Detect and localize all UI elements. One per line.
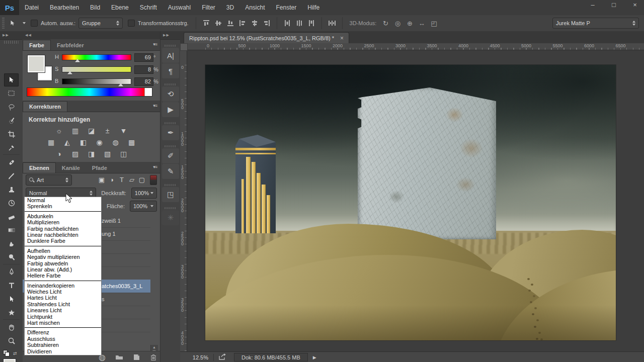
clone-stamp-tool[interactable] (4, 183, 19, 196)
tab-close-icon[interactable]: × (340, 35, 344, 42)
blend-mode-option[interactable]: Negativ multiplizieren (25, 254, 101, 260)
filter-adjustment-layers-icon[interactable]: ◑ (107, 175, 117, 185)
channel-mixer-icon[interactable]: ◍ (110, 138, 121, 147)
blend-mode-option[interactable]: Subtrahieren (25, 342, 101, 348)
curves-icon[interactable]: ◪ (86, 126, 97, 135)
tab-pfade[interactable]: Pfade (86, 163, 113, 173)
menu-item[interactable]: Ansicht (245, 4, 265, 11)
tool-preset-arrow[interactable] (23, 22, 26, 24)
quick-selection-tool[interactable] (4, 114, 19, 127)
blend-mode-option[interactable]: Abdunkeln (25, 213, 101, 219)
layer-filter-toggle[interactable] (150, 175, 157, 185)
hand-tool[interactable] (4, 321, 19, 334)
gradient-tool[interactable] (4, 224, 19, 237)
color-spectrum-ramp[interactable] (27, 87, 152, 97)
auto-select-dropdown[interactable]: Gruppe (78, 18, 123, 29)
default-colors-icon[interactable] (3, 350, 9, 356)
maximize-icon[interactable]: □ (609, 1, 619, 9)
tab-ebenen[interactable]: Ebenen (23, 162, 56, 173)
properties-panel-icon[interactable]: ✒ (162, 125, 179, 140)
pen-tool[interactable] (4, 265, 19, 279)
align-vertical-centers-icon[interactable] (213, 18, 224, 28)
levels-icon[interactable]: ▥ (70, 126, 81, 135)
menu-item[interactable]: Bild (90, 4, 100, 11)
3d-roll-icon[interactable]: ◎ (391, 20, 404, 27)
blend-mode-option[interactable]: Hellere Farbe (25, 273, 101, 279)
menu-item[interactable]: Schrift (140, 4, 157, 11)
blend-mode-option[interactable]: Weiches Licht (25, 289, 101, 295)
document-tab[interactable]: Rippton.psd bei 12.5% (RustScratches0035… (184, 32, 349, 44)
character-panel-icon[interactable]: A| (162, 48, 179, 63)
custom-shape-tool[interactable] (4, 306, 19, 319)
menu-item[interactable]: Datei (25, 4, 39, 11)
panel-foreground-swatch[interactable] (28, 55, 45, 72)
brush-presets-panel-icon[interactable]: ✎ (162, 164, 179, 179)
tab-farbfelder[interactable]: Farbfelder (51, 40, 90, 50)
document-canvas[interactable] (205, 65, 616, 340)
selective-color-icon[interactable]: ◫ (118, 149, 129, 158)
menu-item[interactable]: Fenster (276, 4, 297, 11)
foreground-color-swatch[interactable] (4, 359, 16, 362)
hue-saturation-icon[interactable]: ▦ (46, 138, 57, 147)
fill-field[interactable]: 100% (130, 201, 157, 212)
opacity-field[interactable]: 100% (131, 188, 157, 199)
menu-item[interactable]: Hilfe (307, 4, 319, 11)
eraser-tool[interactable] (4, 210, 19, 223)
saturation-slider[interactable]: S 8 % (62, 65, 157, 73)
vibrance-icon[interactable]: ▼ (118, 126, 129, 135)
options-grip[interactable] (2, 18, 5, 29)
blend-mode-option[interactable]: Normal (25, 197, 101, 203)
hue-slider[interactable]: H 69 ° (62, 53, 157, 61)
exposure-icon[interactable]: ± (102, 126, 113, 135)
blend-mode-option[interactable]: Differenz (25, 329, 101, 335)
distribute-vertical-centers-icon[interactable] (294, 18, 305, 28)
new-layer-icon[interactable] (130, 353, 143, 361)
blend-mode-option[interactable]: Lichtpunkt (25, 314, 101, 320)
auto-select-checkbox[interactable] (31, 20, 38, 27)
history-panel-icon[interactable]: ⟲ (162, 86, 179, 102)
actions-panel-icon[interactable]: ▶ (162, 102, 179, 117)
lasso-tool[interactable] (4, 101, 19, 114)
black-white-icon[interactable]: ◧ (78, 138, 89, 147)
close-icon[interactable]: × (630, 1, 640, 9)
tab-farbe[interactable]: Farbe (23, 40, 51, 50)
panel-menu-icon[interactable]: ▾≡ (153, 103, 157, 108)
3d-panel-icon[interactable]: ◳ (162, 187, 179, 202)
color-lookup-icon[interactable]: ▩ (126, 138, 137, 147)
dodge-tool[interactable] (4, 251, 19, 264)
workspace-switcher[interactable]: Jurek Matte P (552, 18, 639, 29)
panel-menu-icon[interactable]: ▾≡ (153, 42, 157, 47)
align-top-edges-icon[interactable] (201, 18, 212, 28)
transform-controls-checkbox[interactable] (128, 20, 135, 27)
effects-panel-icon[interactable]: ✳ (162, 210, 179, 225)
status-options-arrow[interactable]: ▶ (313, 355, 316, 360)
new-group-icon[interactable] (113, 353, 126, 361)
menu-item[interactable]: Auswahl (168, 4, 191, 11)
smudge-tool[interactable] (4, 237, 19, 250)
zoom-tool[interactable] (4, 334, 19, 347)
zoom-level-field[interactable]: 12.5% (186, 354, 208, 360)
blend-mode-option[interactable]: Ausschluss (25, 336, 101, 342)
blend-mode-option[interactable]: Linear nachbelichten (25, 232, 101, 238)
align-right-edges-icon[interactable] (261, 18, 272, 28)
move-tool[interactable] (4, 73, 19, 86)
paragraph-panel-icon[interactable]: ¶ (162, 63, 179, 78)
dock-collapse[interactable]: ◀◀ (23, 31, 160, 40)
share-icon[interactable] (219, 353, 227, 361)
toolbar-collapse[interactable]: ▶▶ (0, 31, 23, 40)
type-tool[interactable] (4, 279, 19, 292)
gradient-map-icon[interactable]: ▧ (102, 149, 113, 158)
layer-filter-dropdown[interactable]: Art (26, 174, 72, 186)
distribute-bottom-edges-icon[interactable] (306, 18, 317, 28)
toolbar-grip[interactable] (4, 41, 19, 44)
3d-orbit-icon[interactable]: ↻ (379, 20, 391, 27)
align-bottom-edges-icon[interactable] (225, 18, 236, 28)
filter-pixel-layers-icon[interactable]: ▣ (97, 175, 107, 185)
brush-tool[interactable] (4, 169, 19, 183)
3d-slide-icon[interactable]: ↔ (416, 20, 428, 27)
blend-mode-option[interactable]: Dunklere Farbe (25, 238, 101, 244)
distribute-top-edges-icon[interactable] (282, 18, 293, 28)
blend-mode-option[interactable]: Strahlendes Licht (25, 301, 101, 307)
color-balance-icon[interactable]: ◭ (62, 138, 73, 147)
blend-mode-option[interactable]: Farbig abwedeln (25, 260, 101, 266)
